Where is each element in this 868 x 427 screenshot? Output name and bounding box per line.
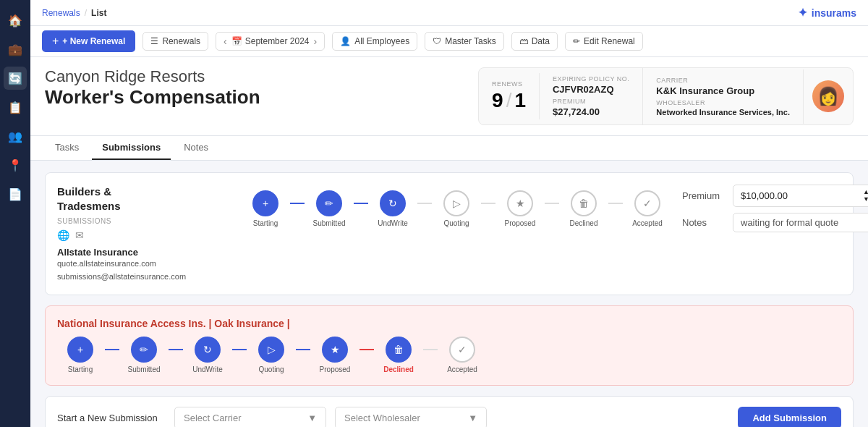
breadcrumb: Renewals / List [42,8,106,18]
tab-notes[interactable]: Notes [174,136,218,160]
sidebar-icon-location[interactable]: 📍 [4,153,27,177]
step-label-starting-2: Starting [68,365,93,373]
step-label-accepted-1: Accepted [632,219,663,227]
data-icon: 🗃 [519,36,528,46]
tabs-bar: Tasks Submissions Notes [30,136,868,161]
wholesaler-select-placeholder: Select Wholesaler [344,413,420,423]
next-month-button[interactable]: › [312,35,319,47]
person-icon: 👤 [340,36,351,46]
carrier-sub-label-1: SUBMISSIONS [57,217,231,225]
declined-header-2: National Insurance Access Ins. | Oak Ins… [57,318,841,329]
connector-1c [417,203,432,204]
connector-1b [354,203,368,204]
sidebar-icon-home[interactable]: 🏠 [4,9,27,32]
workflow-2: + Starting ✏ Submitted ↻ UndWrite [57,337,841,373]
submission-card-1: Builders &Tradesmens SUBMISSIONS 🌐 ✉ All… [45,172,854,295]
connector-2a [105,349,119,350]
premium-section-1: Premium $10,000.00 ▲ ▼ Save Notes [682,185,868,232]
wholesaler-value: Networked Insurance Services, Inc. [656,108,790,117]
app-logo: ✦ insurams [798,6,856,20]
master-tasks-button[interactable]: 🛡 Master Tasks [425,32,503,51]
step-circle-undwrite-2: ↻ [195,337,221,363]
sidebar: 🏠 💼 🔄 📋 👥 📍 📄 [0,0,30,427]
connector-2c [232,349,247,350]
step-circle-undwrite-1: ↻ [380,190,406,216]
step-label-starting-1: Starting [253,219,278,227]
step-undwrite-1[interactable]: ↻ UndWrite [370,190,416,227]
prev-month-button[interactable]: ‹ [222,35,229,47]
step-declined-1[interactable]: 🗑 Declined [561,190,607,227]
tab-tasks[interactable]: Tasks [45,136,89,160]
step-quoting-1[interactable]: ▷ Quoting [433,190,480,227]
workflow-1: + Starting ✏ Submitted ↻ UndWrite ▷ Quot… [242,190,671,227]
step-starting-2[interactable]: + Starting [57,337,103,373]
expiring-block: EXPIRING POLICY NO. CJFVR02AZQ PREMIUM $… [540,68,643,124]
step-circle-declined-2: 🗑 [386,337,412,363]
breadcrumb-parent[interactable]: Renewals [42,8,80,18]
sidebar-icon-briefcase[interactable]: 💼 [4,38,27,61]
step-quoting-2[interactable]: ▷ Quoting [248,337,294,373]
premium-select-1[interactable]: $10,000.00 ▲ ▼ [733,185,868,207]
notes-input-1[interactable] [733,213,868,232]
policy-header: Canyon Ridge Resorts Worker's Compensati… [30,57,868,136]
step-submitted-1[interactable]: ✏ Submitted [306,190,352,227]
action-bar: + New Renewal ☰ Renewals ‹ 📅 September 2… [30,26,868,57]
all-employees-button[interactable]: 👤 All Employees [332,32,417,51]
breadcrumb-current: List [91,8,106,18]
step-circle-quoting-1: ▷ [443,190,469,216]
step-declined-2[interactable]: 🗑 Declined [375,337,422,373]
step-circle-submitted-2: ✏ [131,337,157,363]
carrier-info-1: Builders &Tradesmens SUBMISSIONS 🌐 ✉ All… [57,185,231,283]
tab-submissions[interactable]: Submissions [92,136,171,160]
sidebar-icon-users[interactable]: 👥 [4,124,27,148]
email-icon[interactable]: ✉ [75,229,84,241]
sidebar-icon-refresh[interactable]: 🔄 [4,67,27,90]
carrier-label: CARRIER [656,77,790,84]
step-label-quoting-1: Quoting [443,219,469,227]
step-label-proposed-2: Proposed [320,365,351,373]
carrier-contacts-1: quote.allstateinsurance.com submissions@… [57,258,231,283]
data-button[interactable]: 🗃 Data [511,32,558,51]
app-name: insurams [812,7,856,19]
step-starting-1[interactable]: + Starting [242,190,289,227]
edit-icon: ✏ [573,36,580,46]
step-label-quoting-2: Quoting [258,365,284,373]
carrier-select[interactable]: Select Carrier ▼ [174,407,326,427]
carrier-block: CARRIER K&K Insurance Group WHOLESALER N… [643,69,804,124]
declined-content: National Insurance Access Ins. | Oak Ins… [57,318,841,373]
globe-icon[interactable]: 🌐 [57,229,69,241]
expiring-label: EXPIRING POLICY NO. [553,75,629,83]
new-submission-label: Start a New Submission [57,413,166,423]
premium-select-value-1: $10,000.00 [741,190,788,201]
policy-company: Canyon Ridge Resorts [45,67,464,86]
step-proposed-2[interactable]: ★ Proposed [312,337,358,373]
step-proposed-1[interactable]: ★ Proposed [497,190,543,227]
policy-type: Worker's Compensation [45,86,464,109]
edit-renewal-button[interactable]: ✏ Edit Renewal [565,32,643,51]
step-undwrite-2[interactable]: ↻ UndWrite [184,337,231,373]
premium-field-label: Premium [682,190,726,201]
sidebar-icon-clipboard[interactable]: 📋 [4,96,27,119]
list-icon: ☰ [150,36,158,46]
step-circle-declined-1: 🗑 [571,190,597,216]
step-submitted-2[interactable]: ✏ Submitted [121,337,167,373]
renewals-button[interactable]: ☰ Renewals [142,32,208,51]
step-circle-quoting-2: ▷ [258,337,284,363]
step-label-undwrite-2: UndWrite [192,365,223,373]
step-accepted-2[interactable]: ✓ Accepted [439,337,485,373]
wholesaler-label: WHOLESALER [656,99,790,106]
wholesaler-select[interactable]: Select Wholesaler ▼ [335,407,487,427]
step-circle-starting-2: + [67,337,93,363]
sidebar-icon-document[interactable]: 📄 [4,182,27,206]
add-submission-button[interactable]: Add Submission [738,407,841,427]
step-circle-proposed-2: ★ [322,337,348,363]
notes-field-label: Notes [682,217,726,228]
new-renewal-button[interactable]: + New Renewal [42,30,135,52]
connector-1a [290,203,305,204]
carrier-chevron-icon: ▼ [307,413,317,423]
avatar-block: 👩 [804,75,853,118]
step-accepted-1[interactable]: ✓ Accepted [624,190,671,227]
step-label-submitted-2: Submitted [127,365,160,373]
month-nav: ‹ 📅 September 2024 › [216,32,325,51]
calendar-icon: 📅 [231,36,242,46]
